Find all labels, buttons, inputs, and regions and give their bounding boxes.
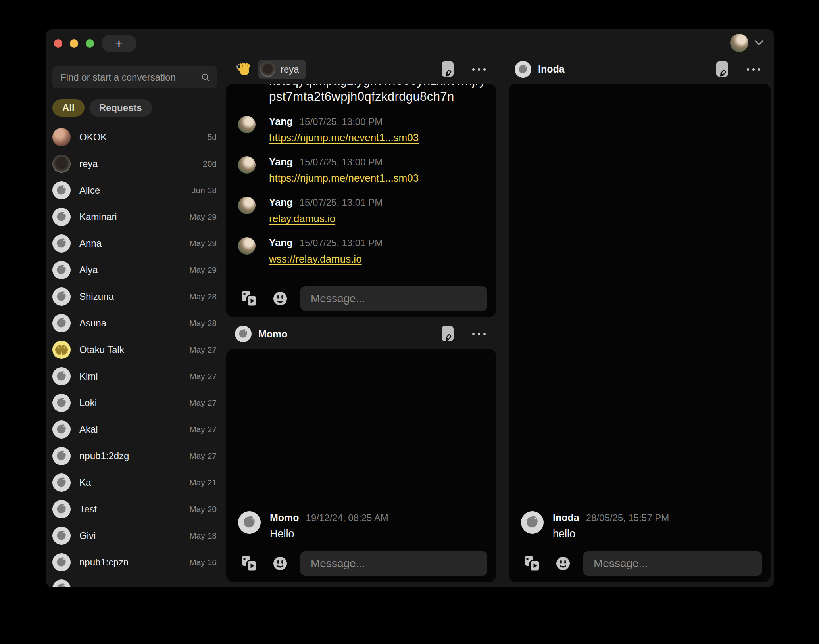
account-avatar <box>730 34 748 52</box>
sender-avatar <box>238 156 256 174</box>
message-composer <box>509 551 771 576</box>
message-link[interactable]: wss://relay.damus.io <box>269 253 362 265</box>
emoji-icon[interactable] <box>272 291 288 307</box>
search-bar[interactable] <box>52 66 217 88</box>
message-timestamp: 28/05/25, 15:57 PM <box>586 512 669 523</box>
conversation-name: Akai <box>79 424 181 435</box>
sender-name: Yang <box>269 197 293 208</box>
conversation-name: reya <box>79 158 194 169</box>
conversation-name: Shizuna <box>79 291 181 302</box>
message-input[interactable] <box>583 551 762 576</box>
conversation-item[interactable]: AnnaMay 29 <box>52 230 217 257</box>
conversation-date: May 18 <box>189 531 217 540</box>
avatar <box>52 473 71 492</box>
media-attach-icon[interactable] <box>240 555 258 572</box>
conversation-item[interactable]: AlyaMay 29 <box>52 257 217 283</box>
conversation-item[interactable]: AsunaMay 28 <box>52 310 217 336</box>
conversation-item[interactable]: npub1:cpznMay 16 <box>52 549 217 575</box>
filter-pills: All Requests <box>52 99 217 117</box>
conversation-date: May 27 <box>189 398 217 408</box>
ellipsis-icon[interactable] <box>472 68 486 71</box>
conversation-name: Ka <box>79 477 181 488</box>
conversation-name: Asuna <box>79 318 181 329</box>
chat-header-inoda: Inoda <box>509 55 771 84</box>
chat-panel-reya: kstsqyqtmpag2lygnvwfo8oynzxnvwnjry pst7m… <box>226 84 496 317</box>
conversation-date: Jun 18 <box>192 186 217 195</box>
sender-avatar <box>238 197 256 214</box>
conversation-date: May 27 <box>189 451 217 461</box>
emoji-icon[interactable] <box>272 556 288 571</box>
app-window: + All Requests OKOK5d reya20d AliceJun 1… <box>46 29 774 587</box>
chat-title: reya <box>281 64 299 75</box>
conversation-name: Alice <box>79 185 183 196</box>
zoom-window-button[interactable] <box>86 39 94 48</box>
notes-icon[interactable] <box>441 326 455 342</box>
avatar <box>52 288 71 306</box>
conversation-item[interactable]: TestMay 20 <box>52 496 217 522</box>
avatar <box>52 553 71 571</box>
sender-avatar <box>238 237 256 255</box>
plus-icon: + <box>115 37 123 50</box>
filter-all[interactable]: All <box>52 99 85 117</box>
conversation-item[interactable]: LokiMay 27 <box>52 389 217 416</box>
conversation-item[interactable]: AkaiMay 27 <box>52 416 217 443</box>
conversation-item[interactable]: npub1:2dzgMay 27 <box>52 443 217 469</box>
conversation-item[interactable]: KimiMay 27 <box>52 363 217 389</box>
momo-avatar <box>235 326 252 342</box>
close-window-button[interactable] <box>54 39 62 48</box>
conversation-item[interactable]: GiviMay 18 <box>52 522 217 549</box>
chat-title-pill[interactable]: reya <box>258 60 306 79</box>
message-link[interactable]: relay.damus.io <box>269 213 335 225</box>
filter-requests[interactable]: Requests <box>89 99 152 117</box>
message: Yang15/07/25, 13:01 PM wss://relay.damus… <box>226 237 496 266</box>
chat-panel-momo: Momo19/12/24, 08:25 AM Hello <box>226 349 496 582</box>
ellipsis-icon[interactable] <box>472 333 486 335</box>
ellipsis-icon[interactable] <box>747 68 760 71</box>
conversation-date: 20d <box>203 159 217 169</box>
avatar <box>52 181 71 199</box>
notes-icon[interactable] <box>441 61 455 78</box>
reya-avatar <box>260 62 275 77</box>
account-menu[interactable] <box>730 34 763 52</box>
message-text: hello <box>553 528 771 540</box>
message-link[interactable]: https://njump.me/nevent1...sm03 <box>269 172 419 184</box>
conversation-date: May 21 <box>189 478 217 487</box>
avatar <box>52 527 71 545</box>
notes-icon[interactable] <box>716 61 729 78</box>
new-chat-button[interactable]: + <box>102 34 136 52</box>
key-message-line: pst7mta2t6wpjh0qfzkdrdgu8ch7n <box>226 89 496 105</box>
conversation-date: May 29 <box>189 212 217 222</box>
message-input[interactable] <box>300 551 487 576</box>
avatar <box>52 367 71 385</box>
avatar <box>52 208 71 226</box>
minimize-window-button[interactable] <box>70 39 78 48</box>
sender-name: Yang <box>269 156 293 168</box>
conversation-date: May 28 <box>189 292 217 301</box>
conversation-item-partial[interactable] <box>52 575 217 587</box>
conversation-item[interactable]: Otaku TalkMay 27 <box>52 336 217 363</box>
conversation-item[interactable]: KaminariMay 29 <box>52 203 217 230</box>
avatar <box>52 420 71 439</box>
media-attach-icon[interactable] <box>240 290 258 307</box>
search-input[interactable] <box>60 71 201 83</box>
message-timestamp: 15/07/25, 13:00 PM <box>300 157 383 168</box>
conversation-item[interactable]: OKOK5d <box>52 124 217 150</box>
message-link[interactable]: https://njump.me/nevent1...sm03 <box>269 132 419 144</box>
avatar <box>52 234 71 253</box>
conversation-item[interactable]: AliceJun 18 <box>52 177 217 203</box>
conversation-name: Anna <box>79 238 181 249</box>
conversation-item[interactable]: ShizunaMay 28 <box>52 283 217 310</box>
conversation-item[interactable]: KaMay 21 <box>52 469 217 496</box>
emoji-icon[interactable] <box>555 556 571 571</box>
message-input[interactable] <box>300 286 487 311</box>
conversation-date: May 20 <box>189 504 217 514</box>
sender-avatar <box>238 511 261 534</box>
conversation-name: Alya <box>79 264 181 276</box>
conversation-name: Loki <box>79 397 181 408</box>
avatar <box>52 500 71 518</box>
media-attach-icon[interactable] <box>523 555 541 572</box>
conversation-item[interactable]: reya20d <box>52 150 217 177</box>
message-text: Hello <box>270 528 496 540</box>
conversation-date: May 29 <box>189 265 217 275</box>
chat-header-reya: reya <box>226 55 496 84</box>
